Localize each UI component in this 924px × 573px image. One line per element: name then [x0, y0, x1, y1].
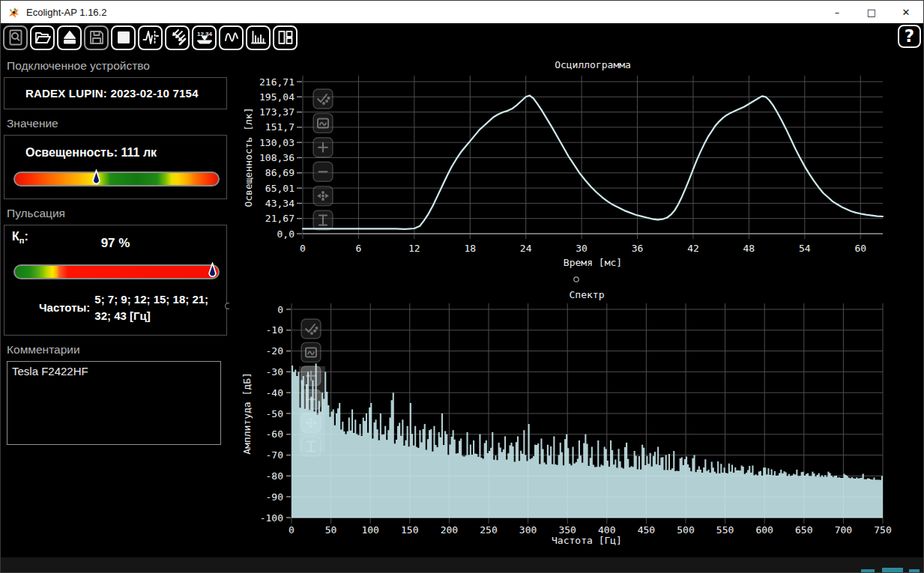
pulsation-marker-icon: [208, 262, 217, 279]
kp-value: 97 %: [4, 236, 226, 251]
svg-text:Осциллограмма: Осциллограмма: [555, 59, 631, 70]
stop-measure-icon: [115, 28, 133, 46]
close-button[interactable]: ✕: [889, 1, 923, 23]
open-file-icon: [34, 28, 52, 46]
svg-text:86,69: 86,69: [265, 167, 295, 178]
svg-text:-100: -100: [260, 512, 283, 524]
titlebar: Ecolight-AP 1.16.2 – □ ✕: [1, 1, 923, 23]
search-device-button[interactable]: [3, 25, 28, 50]
svg-text:Спектр: Спектр: [570, 289, 605, 300]
illuminance-marker-icon: [91, 169, 101, 187]
svg-text:600: 600: [755, 524, 773, 536]
kp-label: Кп:: [12, 230, 28, 245]
svg-text:195,04: 195,04: [259, 91, 295, 103]
comments-input[interactable]: Tesla F2422HF: [7, 361, 221, 445]
svg-text:650: 650: [795, 524, 812, 536]
svg-text:-40: -40: [266, 387, 283, 398]
layout-view-button[interactable]: [273, 25, 298, 50]
value-box: Освещенность: 111 лк: [4, 135, 227, 199]
svg-text:750: 750: [874, 524, 891, 536]
svg-text:Частота [Гц]: Частота [Гц]: [552, 535, 622, 546]
help-button[interactable]: ?: [898, 25, 921, 48]
svg-text:151,7: 151,7: [265, 121, 295, 133]
oscillogram-chart[interactable]: 216,71195,04173,37151,7130,03108,3686,69…: [229, 52, 924, 285]
open-file-button[interactable]: [30, 25, 55, 50]
svg-text:150: 150: [401, 524, 418, 536]
maximize-button[interactable]: □: [854, 1, 889, 23]
svg-text:43,34: 43,34: [265, 198, 295, 209]
svg-text:0: 0: [300, 243, 306, 254]
value-display-button[interactable]: 12.34: [192, 25, 217, 50]
spec-chart-fit-view-button[interactable]: [301, 342, 321, 362]
save-file-button[interactable]: [84, 25, 109, 50]
svg-text:24: 24: [520, 243, 532, 254]
oscillogram-view-icon: [223, 28, 241, 46]
light-rays-icon: [169, 28, 187, 46]
device-name: RADEX LUPIN: 2023-02-10 7154: [25, 87, 222, 100]
pulsation-section-title: Пульсация: [7, 207, 229, 220]
osc-chart-fit-view-button[interactable]: [313, 113, 333, 133]
svg-text:550: 550: [716, 524, 734, 536]
minimize-button[interactable]: –: [820, 1, 854, 23]
svg-text:42: 42: [687, 243, 699, 254]
layout-view-icon: [277, 28, 295, 46]
osc-chart-zoom-in-button[interactable]: [313, 138, 333, 157]
svg-text:108,36: 108,36: [259, 152, 295, 163]
svg-text:65,01: 65,01: [265, 183, 295, 194]
toolbar: 12.34 ?: [1, 23, 923, 52]
spec-chart-autoscale-button[interactable]: [301, 319, 321, 339]
taskbar-edge-artifact: [909, 569, 920, 573]
taskbar-edge-artifact: [861, 569, 875, 573]
svg-text:12: 12: [408, 243, 420, 254]
app-icon: [7, 6, 20, 19]
spectrum-chart[interactable]: 0-10-20-30-40-50-60-70-80-90-10005010015…: [229, 285, 924, 557]
svg-text:500: 500: [677, 524, 694, 536]
spectrum-view-button[interactable]: [246, 25, 271, 50]
svg-text:0,0: 0,0: [277, 228, 295, 240]
osc-chart-autoscale-button[interactable]: [313, 89, 333, 109]
device-box: RADEX LUPIN: 2023-02-10 7154: [4, 77, 227, 109]
svg-text:-60: -60: [266, 428, 283, 440]
osc-chart-fit-horizontal-button[interactable]: [313, 187, 333, 206]
svg-text:-30: -30: [266, 366, 283, 378]
search-device-icon: [7, 28, 25, 46]
pulsation-gradient-bar: [13, 264, 220, 279]
svg-text:0: 0: [277, 304, 283, 315]
svg-text:Освещенность [лк]: Освещенность [лк]: [243, 107, 254, 207]
value-display-icon: 12.34: [196, 28, 214, 46]
svg-text:21,67: 21,67: [265, 213, 295, 224]
app-window: Ecolight-AP 1.16.2 – □ ✕ 12.34 ? Подключ…: [0, 0, 924, 573]
svg-text:Время [мс]: Время [мс]: [564, 257, 622, 268]
spectrum-view-icon: [250, 28, 268, 46]
spec-chart-zoom-in-button[interactable]: [301, 366, 321, 386]
svg-text:0: 0: [289, 524, 295, 536]
svg-text:130,03: 130,03: [259, 137, 295, 148]
svg-text:30: 30: [576, 243, 588, 254]
svg-text:18: 18: [464, 243, 476, 254]
svg-text:350: 350: [558, 524, 576, 536]
pulse-measure-icon: [142, 28, 160, 46]
svg-text:6: 6: [356, 243, 362, 254]
svg-text:400: 400: [598, 524, 615, 536]
svg-text:100: 100: [361, 524, 378, 536]
illuminance-gradient-bar: [13, 172, 220, 187]
eject-device-button[interactable]: [57, 25, 82, 50]
taskbar-edge-artifact: [882, 568, 903, 573]
svg-text:-50: -50: [266, 408, 283, 419]
frequencies-value: 5; 7; 9; 12; 15; 18; 21; 32; 43 [Гц]: [94, 291, 220, 324]
stop-measure-button[interactable]: [111, 25, 136, 50]
svg-text:36: 36: [632, 243, 644, 254]
oscillogram-view-button[interactable]: [219, 25, 244, 50]
pulse-measure-button[interactable]: [138, 25, 163, 50]
svg-text:-20: -20: [266, 345, 283, 357]
svg-text:60: 60: [854, 243, 866, 254]
chart-splitter-grip[interactable]: [574, 277, 579, 282]
svg-text:173,37: 173,37: [259, 106, 295, 118]
svg-text:700: 700: [835, 524, 852, 536]
light-rays-button[interactable]: [165, 25, 190, 50]
svg-text:300: 300: [519, 524, 537, 536]
osc-chart-zoom-out-button[interactable]: [313, 162, 333, 181]
svg-text:Амплитуда [дБ]: Амплитуда [дБ]: [241, 372, 253, 455]
svg-text:54: 54: [799, 243, 811, 254]
osc-chart-fit-vertical-button[interactable]: [313, 210, 333, 230]
